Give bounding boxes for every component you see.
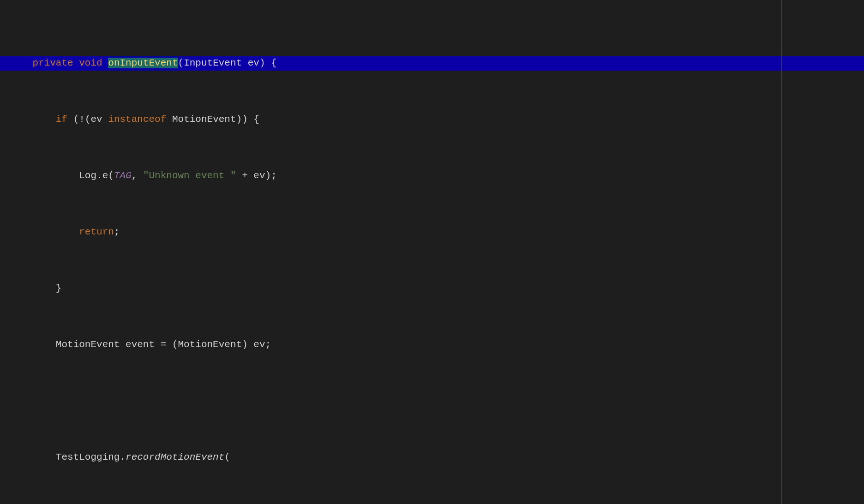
var: ev (253, 339, 265, 350)
punct: ) (242, 339, 253, 350)
brace: } (56, 283, 62, 294)
code-line[interactable]: } (0, 282, 864, 296)
keyword: void (79, 58, 102, 68)
var: event (126, 339, 155, 350)
op: = ( (155, 339, 178, 350)
code-line[interactable]: if (!(ev instanceof MotionEvent)) { (0, 113, 864, 127)
keyword: if (56, 114, 67, 125)
punct: ( (224, 452, 230, 462)
punct: ) { (259, 58, 277, 68)
type: MotionEvent (172, 114, 236, 125)
code-line[interactable]: Log.e(TAG, "Unknown event " + ev); (0, 169, 864, 183)
punct: (!( (67, 114, 90, 125)
var: ev (253, 170, 265, 181)
code-editor[interactable]: private void onInputEvent(InputEvent ev)… (0, 0, 864, 504)
punct: )) { (236, 114, 259, 125)
keyword: instanceof (108, 114, 166, 125)
string: "Unknown event " (143, 170, 236, 181)
call: Log.e( (79, 170, 114, 181)
punct: ; (265, 339, 271, 350)
punct: . (120, 452, 126, 462)
code-line[interactable]: private void onInputEvent(InputEvent ev)… (0, 56, 864, 71)
class: TestLogging (56, 452, 120, 462)
code-line[interactable]: MotionEvent event = (MotionEvent) ev; (0, 338, 864, 352)
margin-ruler (781, 0, 782, 504)
method: recordMotionEvent (126, 452, 224, 462)
keyword: return (79, 227, 114, 237)
punct: ; (114, 227, 120, 237)
static-field: TAG (114, 170, 132, 181)
param: ev (248, 58, 259, 68)
type: MotionEvent (56, 339, 120, 350)
type: InputEvent (184, 58, 242, 68)
code-line[interactable]: return; (0, 225, 864, 240)
punct: , (132, 170, 143, 181)
punct: ); (265, 170, 277, 181)
var: ev (90, 114, 102, 125)
code-line[interactable]: TestLogging.recordMotionEvent( (0, 450, 864, 465)
op: + (236, 170, 254, 181)
method-name-highlight: onInputEvent (108, 58, 178, 68)
type: MotionEvent (178, 339, 242, 350)
code-line[interactable] (0, 394, 864, 408)
keyword: private (32, 58, 73, 68)
